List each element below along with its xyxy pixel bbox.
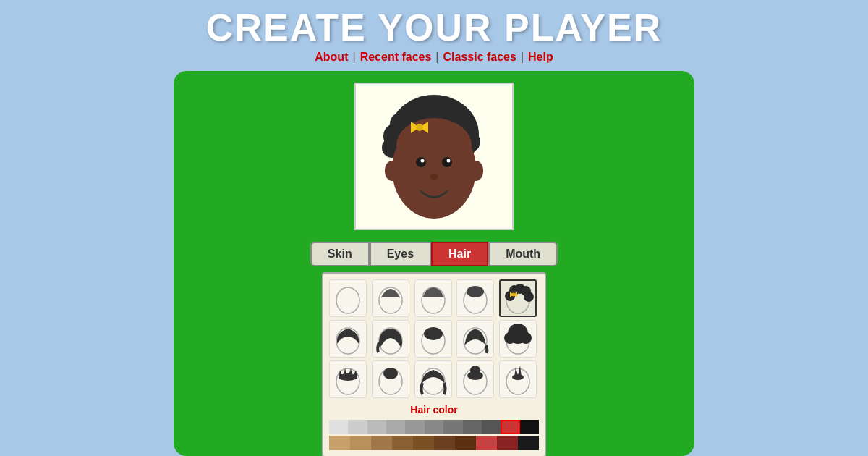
face-svg: [362, 84, 506, 229]
swatch-e0[interactable]: [329, 420, 348, 434]
svg-point-18: [447, 159, 451, 163]
swatch-99[interactable]: [405, 420, 424, 434]
selector-panel: Hair color: [322, 272, 546, 456]
nav-recent[interactable]: Recent faces: [360, 51, 432, 64]
hair-option-9[interactable]: [456, 320, 494, 358]
swatch-dark-red[interactable]: [501, 420, 519, 434]
hair-option-3[interactable]: [414, 279, 452, 317]
svg-point-43: [504, 332, 516, 344]
swatch-brown3[interactable]: [434, 436, 455, 450]
tab-skin[interactable]: Skin: [310, 242, 370, 266]
swatch-aa[interactable]: [386, 420, 405, 434]
svg-point-48: [383, 368, 398, 379]
svg-point-21: [469, 161, 483, 181]
page-title: CREATE YOUR PLAYER: [206, 6, 662, 49]
swatch-tan2[interactable]: [350, 436, 371, 450]
swatch-darkred[interactable]: [497, 436, 518, 450]
hair-option-13[interactable]: [414, 360, 452, 398]
swatch-bb[interactable]: [367, 420, 386, 434]
hair-option-15[interactable]: [499, 360, 537, 398]
svg-point-54: [512, 374, 524, 380]
swatch-nearblack[interactable]: [518, 436, 539, 450]
tab-hair[interactable]: Hair: [431, 242, 488, 266]
tabs-bar: Skin Eyes Hair Mouth: [310, 242, 558, 266]
main-container: Skin Eyes Hair Mouth: [174, 71, 694, 456]
svg-point-39: [424, 327, 443, 340]
hair-option-6[interactable]: [329, 320, 367, 358]
swatch-88[interactable]: [425, 420, 443, 434]
nav-classic[interactable]: Classic faces: [443, 51, 516, 64]
svg-point-52: [467, 371, 483, 380]
swatch-tan3[interactable]: [371, 436, 392, 450]
svg-point-15: [416, 157, 426, 167]
svg-point-17: [421, 159, 425, 163]
svg-point-14: [416, 124, 423, 131]
nav-bar: About | Recent faces | Classic faces | H…: [315, 51, 553, 64]
swatch-brown2[interactable]: [413, 436, 434, 450]
nav-sep-1: |: [352, 51, 355, 64]
hair-option-4[interactable]: [456, 279, 494, 317]
hair-option-11[interactable]: [329, 360, 367, 398]
svg-point-32: [524, 292, 534, 302]
nav-about[interactable]: About: [315, 51, 348, 64]
swatch-cc[interactable]: [348, 420, 367, 434]
nav-sep-2: |: [435, 51, 438, 64]
svg-point-22: [336, 287, 359, 313]
svg-point-20: [385, 161, 399, 181]
hair-color-row-2: [329, 436, 539, 450]
hair-option-1[interactable]: [329, 279, 367, 317]
swatch-black[interactable]: [520, 420, 539, 434]
hair-option-10[interactable]: [499, 320, 537, 358]
hair-option-12[interactable]: [372, 360, 409, 398]
svg-point-44: [520, 332, 532, 344]
swatch-66[interactable]: [463, 420, 482, 434]
hair-option-7[interactable]: [372, 320, 409, 358]
swatch-77[interactable]: [443, 420, 462, 434]
tab-mouth[interactable]: Mouth: [488, 242, 558, 266]
swatch-55[interactable]: [482, 420, 501, 434]
svg-point-35: [512, 293, 516, 297]
svg-point-11: [396, 118, 472, 173]
svg-point-19: [430, 174, 438, 180]
svg-point-46: [339, 373, 357, 381]
nav-help[interactable]: Help: [528, 51, 553, 64]
tab-eyes[interactable]: Eyes: [370, 242, 431, 266]
swatch-brown1[interactable]: [392, 436, 413, 450]
nav-sep-3: |: [521, 51, 524, 64]
svg-point-26: [467, 286, 484, 297]
swatch-darkbrown[interactable]: [455, 436, 476, 450]
swatch-auburn[interactable]: [476, 436, 497, 450]
swatch-tan1[interactable]: [329, 436, 350, 450]
face-preview: [354, 83, 514, 230]
svg-point-16: [442, 157, 452, 167]
svg-point-53: [506, 368, 529, 394]
hair-option-5[interactable]: [499, 279, 537, 317]
hair-option-14[interactable]: [456, 360, 494, 398]
hair-color-row-1: [329, 420, 539, 434]
hair-option-2[interactable]: [372, 279, 409, 317]
hair-grid: [329, 279, 539, 398]
hair-color-label: Hair color: [329, 404, 539, 415]
hair-option-8[interactable]: [414, 320, 452, 358]
